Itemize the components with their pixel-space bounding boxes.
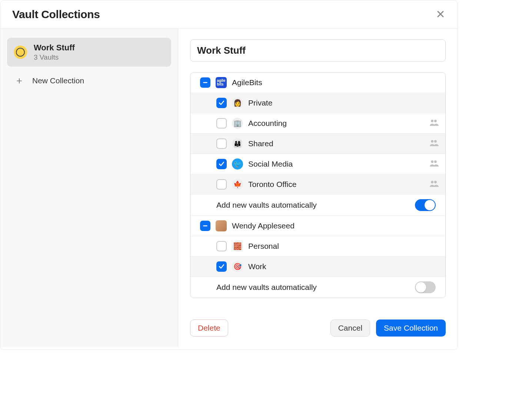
cancel-button[interactable]: Cancel xyxy=(330,320,370,337)
shared-icon xyxy=(429,179,439,190)
agilebits-logo-icon: agilebits xyxy=(216,77,227,88)
vault-name: Shared xyxy=(248,139,424,148)
auto-add-row: Add new vaults automatically xyxy=(190,277,445,298)
svg-point-3 xyxy=(431,140,433,143)
delete-button[interactable]: Delete xyxy=(190,320,228,337)
checkbox-indeterminate[interactable] xyxy=(200,221,210,231)
twitter-icon: 🐦 xyxy=(232,158,243,170)
account-name: AgileBits xyxy=(232,78,439,87)
auto-add-row: Add new vaults automatically xyxy=(190,195,445,216)
shared-icon xyxy=(429,158,439,170)
vault-name: Private xyxy=(248,98,439,107)
vault-name: Social Media xyxy=(248,160,424,168)
auto-add-toggle[interactable] xyxy=(415,281,436,293)
checkbox-indeterminate[interactable] xyxy=(200,77,210,88)
vault-name: Work xyxy=(248,262,439,271)
vault-row[interactable]: 👨‍👩‍👦Shared xyxy=(190,134,445,154)
building-icon: 🏢 xyxy=(232,118,243,129)
dialog-header: Vault Collections xyxy=(0,0,458,29)
vault-row[interactable]: 🎯Work xyxy=(190,257,445,277)
auto-add-toggle[interactable] xyxy=(415,199,436,211)
plus-icon: ＋ xyxy=(14,74,24,87)
vault-name: Personal xyxy=(248,242,439,251)
vault-row[interactable]: 🏢Accounting xyxy=(190,113,445,134)
account-row[interactable]: agilebitsAgileBits xyxy=(190,73,445,93)
auto-add-label: Add new vaults automatically xyxy=(216,201,317,210)
close-icon xyxy=(437,10,444,18)
vault-list: agilebitsAgileBits👩Private🏢Accounting👨‍👩… xyxy=(190,72,446,298)
dialog-footer: Delete Cancel Save Collection xyxy=(190,309,446,337)
sidebar-collection-item[interactable]: Work Stuff 3 Vaults xyxy=(7,38,171,67)
svg-rect-9 xyxy=(203,225,207,227)
vault-name: Accounting xyxy=(248,119,424,128)
vault-row[interactable]: 🍁Toronto Office xyxy=(190,174,445,195)
vault-row[interactable]: 👩Private xyxy=(190,93,445,113)
people-avatar: 👨‍👩‍👦 xyxy=(232,138,243,149)
checkbox-unchecked[interactable] xyxy=(216,118,227,128)
svg-rect-0 xyxy=(203,82,207,83)
person-avatar: 👩 xyxy=(232,97,243,108)
new-collection-label: New Collection xyxy=(32,76,84,85)
close-button[interactable] xyxy=(435,8,446,21)
svg-point-1 xyxy=(431,120,433,122)
checkbox-checked[interactable] xyxy=(216,159,227,169)
auto-add-label: Add new vaults automatically xyxy=(216,283,317,292)
collection-icon xyxy=(14,46,27,59)
vault-row[interactable]: 🐦Social Media xyxy=(190,154,445,174)
svg-point-8 xyxy=(434,181,437,183)
shared-icon xyxy=(429,118,439,129)
new-collection-button[interactable]: ＋ New Collection xyxy=(7,69,171,92)
collection-title: Work Stuff xyxy=(34,43,75,53)
account-row[interactable]: Wendy Appleseed xyxy=(190,216,445,236)
checkbox-checked[interactable] xyxy=(216,98,227,108)
main-panel: agilebitsAgileBits👩Private🏢Accounting👨‍👩… xyxy=(178,29,458,347)
target-icon: 🎯 xyxy=(232,261,243,272)
sidebar: Work Stuff 3 Vaults ＋ New Collection xyxy=(0,29,178,347)
vault-name: Toronto Office xyxy=(248,180,424,189)
svg-point-6 xyxy=(434,160,437,163)
wendy-avatar-icon xyxy=(216,220,227,231)
collection-name-input[interactable] xyxy=(190,39,446,62)
checkbox-unchecked[interactable] xyxy=(216,241,227,251)
svg-point-2 xyxy=(434,120,437,122)
collection-subtitle: 3 Vaults xyxy=(34,53,75,61)
save-collection-button[interactable]: Save Collection xyxy=(376,320,446,337)
checkbox-unchecked[interactable] xyxy=(216,179,227,190)
vault-row[interactable]: 🧱Personal xyxy=(190,236,445,257)
brick-icon: 🧱 xyxy=(232,241,243,252)
svg-point-7 xyxy=(431,181,433,183)
svg-point-5 xyxy=(431,160,433,163)
maple-leaf-icon: 🍁 xyxy=(232,179,243,190)
checkbox-unchecked[interactable] xyxy=(216,138,227,149)
dialog-title: Vault Collections xyxy=(12,8,100,21)
checkbox-checked[interactable] xyxy=(216,261,227,272)
shared-icon xyxy=(429,138,439,150)
account-name: Wendy Appleseed xyxy=(232,221,439,230)
svg-point-4 xyxy=(434,140,437,143)
